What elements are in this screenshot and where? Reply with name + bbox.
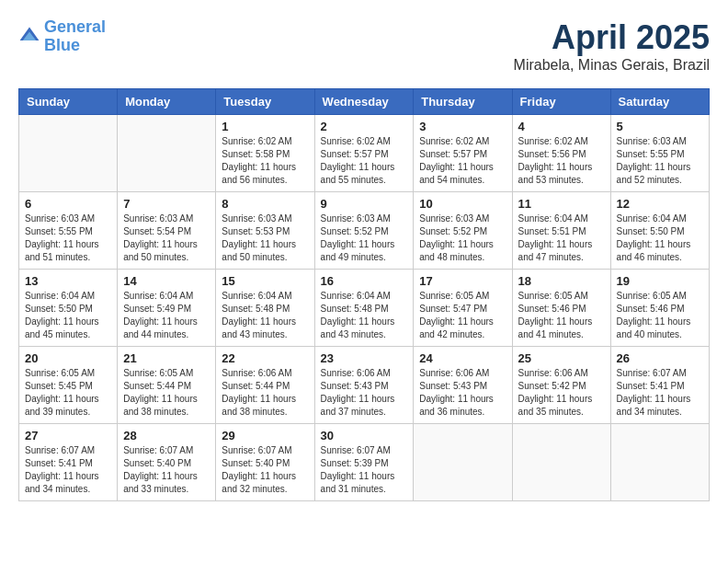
- day-number: 19: [617, 274, 703, 288]
- day-header-monday: Monday: [118, 89, 216, 115]
- calendar-cell: 29Sunrise: 6:07 AMSunset: 5:40 PMDayligh…: [216, 424, 314, 501]
- day-number: 15: [222, 274, 308, 288]
- day-detail: Sunrise: 6:05 AMSunset: 5:45 PMDaylight:…: [25, 367, 111, 419]
- day-header-friday: Friday: [512, 89, 610, 115]
- day-detail: Sunrise: 6:06 AMSunset: 5:43 PMDaylight:…: [419, 367, 506, 419]
- day-detail: Sunrise: 6:02 AMSunset: 5:56 PMDaylight:…: [518, 135, 605, 187]
- day-detail: Sunrise: 6:07 AMSunset: 5:41 PMDaylight:…: [617, 367, 703, 419]
- day-detail: Sunrise: 6:05 AMSunset: 5:44 PMDaylight:…: [123, 367, 210, 419]
- calendar-cell: 3Sunrise: 6:02 AMSunset: 5:57 PMDaylight…: [414, 115, 512, 192]
- day-number: 12: [617, 197, 703, 211]
- day-detail: Sunrise: 6:02 AMSunset: 5:57 PMDaylight:…: [419, 135, 506, 187]
- calendar-cell: 15Sunrise: 6:04 AMSunset: 5:48 PMDayligh…: [216, 270, 314, 347]
- calendar-cell: 13Sunrise: 6:04 AMSunset: 5:50 PMDayligh…: [19, 270, 118, 347]
- day-detail: Sunrise: 6:07 AMSunset: 5:40 PMDaylight:…: [123, 444, 210, 496]
- day-number: 25: [518, 351, 605, 365]
- day-number: 30: [321, 429, 408, 442]
- day-detail: Sunrise: 6:04 AMSunset: 5:49 PMDaylight:…: [123, 290, 210, 341]
- calendar-cell: 28Sunrise: 6:07 AMSunset: 5:40 PMDayligh…: [118, 424, 216, 501]
- day-number: 17: [419, 274, 506, 288]
- day-detail: Sunrise: 6:03 AMSunset: 5:52 PMDaylight:…: [321, 213, 408, 264]
- day-number: 5: [617, 120, 703, 133]
- day-number: 29: [222, 429, 308, 442]
- calendar-week-row: 13Sunrise: 6:04 AMSunset: 5:50 PMDayligh…: [19, 270, 710, 347]
- day-detail: Sunrise: 6:04 AMSunset: 5:51 PMDaylight:…: [518, 213, 605, 264]
- day-header-saturday: Saturday: [610, 89, 709, 115]
- calendar-cell: 18Sunrise: 6:05 AMSunset: 5:46 PMDayligh…: [512, 270, 610, 347]
- logo-text: General Blue: [44, 18, 106, 55]
- calendar-cell: [19, 115, 118, 192]
- calendar-header-row: SundayMondayTuesdayWednesdayThursdayFrid…: [19, 89, 710, 115]
- calendar-cell: 24Sunrise: 6:06 AMSunset: 5:43 PMDayligh…: [414, 347, 512, 424]
- calendar-cell: 25Sunrise: 6:06 AMSunset: 5:42 PMDayligh…: [512, 347, 610, 424]
- calendar-cell: 7Sunrise: 6:03 AMSunset: 5:54 PMDaylight…: [118, 192, 216, 270]
- day-detail: Sunrise: 6:04 AMSunset: 5:48 PMDaylight:…: [222, 290, 308, 341]
- day-number: 28: [123, 429, 210, 442]
- day-number: 23: [321, 351, 408, 365]
- calendar-cell: [512, 424, 610, 501]
- day-number: 21: [123, 351, 210, 365]
- day-number: 1: [222, 120, 308, 133]
- day-number: 6: [25, 197, 111, 211]
- calendar-cell: 9Sunrise: 6:03 AMSunset: 5:52 PMDaylight…: [314, 192, 414, 270]
- day-detail: Sunrise: 6:03 AMSunset: 5:55 PMDaylight:…: [617, 135, 703, 187]
- calendar-cell: 5Sunrise: 6:03 AMSunset: 5:55 PMDaylight…: [610, 115, 709, 192]
- day-detail: Sunrise: 6:06 AMSunset: 5:42 PMDaylight:…: [518, 367, 605, 419]
- day-number: 3: [419, 120, 506, 133]
- day-detail: Sunrise: 6:07 AMSunset: 5:40 PMDaylight:…: [222, 444, 308, 496]
- day-detail: Sunrise: 6:03 AMSunset: 5:54 PMDaylight:…: [123, 213, 210, 264]
- day-number: 13: [25, 274, 111, 288]
- title-section: April 2025 Mirabela, Minas Gerais, Brazi…: [514, 18, 710, 74]
- calendar-week-row: 27Sunrise: 6:07 AMSunset: 5:41 PMDayligh…: [19, 424, 710, 501]
- calendar-cell: 16Sunrise: 6:04 AMSunset: 5:48 PMDayligh…: [314, 270, 414, 347]
- calendar-cell: 2Sunrise: 6:02 AMSunset: 5:57 PMDaylight…: [314, 115, 414, 192]
- calendar-week-row: 6Sunrise: 6:03 AMSunset: 5:55 PMDaylight…: [19, 192, 710, 270]
- calendar-cell: 12Sunrise: 6:04 AMSunset: 5:50 PMDayligh…: [610, 192, 709, 270]
- day-number: 2: [321, 120, 408, 133]
- calendar-cell: 1Sunrise: 6:02 AMSunset: 5:58 PMDaylight…: [216, 115, 314, 192]
- calendar-cell: 4Sunrise: 6:02 AMSunset: 5:56 PMDaylight…: [512, 115, 610, 192]
- day-detail: Sunrise: 6:02 AMSunset: 5:58 PMDaylight:…: [222, 135, 308, 187]
- day-number: 26: [617, 351, 703, 365]
- calendar-cell: [414, 424, 512, 501]
- calendar-cell: 17Sunrise: 6:05 AMSunset: 5:47 PMDayligh…: [414, 270, 512, 347]
- calendar-week-row: 1Sunrise: 6:02 AMSunset: 5:58 PMDaylight…: [19, 115, 710, 192]
- calendar-cell: 21Sunrise: 6:05 AMSunset: 5:44 PMDayligh…: [118, 347, 216, 424]
- day-number: 9: [321, 197, 408, 211]
- calendar-cell: 30Sunrise: 6:07 AMSunset: 5:39 PMDayligh…: [314, 424, 414, 501]
- day-number: 4: [518, 120, 605, 133]
- calendar-cell: 19Sunrise: 6:05 AMSunset: 5:46 PMDayligh…: [610, 270, 709, 347]
- calendar-cell: 23Sunrise: 6:06 AMSunset: 5:43 PMDayligh…: [314, 347, 414, 424]
- day-number: 7: [123, 197, 210, 211]
- day-detail: Sunrise: 6:06 AMSunset: 5:44 PMDaylight:…: [222, 367, 308, 419]
- day-detail: Sunrise: 6:04 AMSunset: 5:48 PMDaylight:…: [321, 290, 408, 341]
- calendar-cell: [610, 424, 709, 501]
- day-header-thursday: Thursday: [414, 89, 512, 115]
- day-number: 11: [518, 197, 605, 211]
- calendar-cell: 6Sunrise: 6:03 AMSunset: 5:55 PMDaylight…: [19, 192, 118, 270]
- calendar-cell: 22Sunrise: 6:06 AMSunset: 5:44 PMDayligh…: [216, 347, 314, 424]
- day-detail: Sunrise: 6:03 AMSunset: 5:53 PMDaylight:…: [222, 213, 308, 264]
- day-detail: Sunrise: 6:05 AMSunset: 5:46 PMDaylight:…: [617, 290, 703, 341]
- day-detail: Sunrise: 6:02 AMSunset: 5:57 PMDaylight:…: [321, 135, 408, 187]
- day-header-tuesday: Tuesday: [216, 89, 314, 115]
- day-number: 10: [419, 197, 506, 211]
- day-number: 22: [222, 351, 308, 365]
- day-number: 27: [25, 429, 111, 442]
- day-number: 14: [123, 274, 210, 288]
- header: General Blue April 2025 Mirabela, Minas …: [18, 18, 710, 74]
- calendar-week-row: 20Sunrise: 6:05 AMSunset: 5:45 PMDayligh…: [19, 347, 710, 424]
- day-header-wednesday: Wednesday: [314, 89, 414, 115]
- day-detail: Sunrise: 6:07 AMSunset: 5:41 PMDaylight:…: [25, 444, 111, 496]
- day-detail: Sunrise: 6:04 AMSunset: 5:50 PMDaylight:…: [617, 213, 703, 264]
- subtitle: Mirabela, Minas Gerais, Brazil: [514, 57, 710, 74]
- day-detail: Sunrise: 6:03 AMSunset: 5:52 PMDaylight:…: [419, 213, 506, 264]
- day-header-sunday: Sunday: [19, 89, 118, 115]
- day-detail: Sunrise: 6:05 AMSunset: 5:46 PMDaylight:…: [518, 290, 605, 341]
- day-number: 24: [419, 351, 506, 365]
- calendar: SundayMondayTuesdayWednesdayThursdayFrid…: [18, 88, 710, 501]
- calendar-cell: [118, 115, 216, 192]
- main-title: April 2025: [514, 18, 710, 57]
- calendar-cell: 20Sunrise: 6:05 AMSunset: 5:45 PMDayligh…: [19, 347, 118, 424]
- logo-icon: [18, 26, 40, 48]
